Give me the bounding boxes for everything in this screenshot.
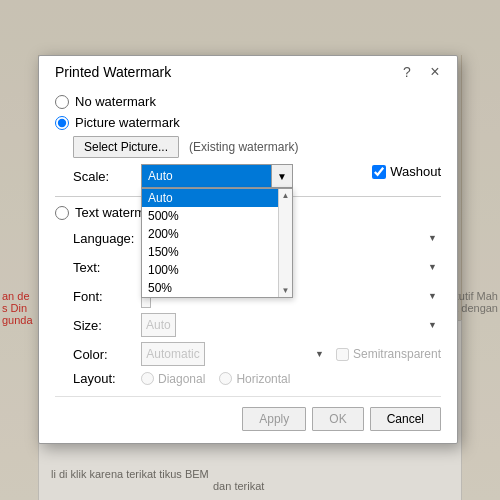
washout-checkbox[interactable] [372, 165, 386, 179]
size-color-row: Size: Auto [73, 313, 441, 337]
washout-label: Washout [390, 164, 441, 179]
no-watermark-label: No watermark [75, 94, 156, 109]
ok-button[interactable]: OK [312, 407, 363, 431]
cancel-button[interactable]: Cancel [370, 407, 441, 431]
text-label: Text: [73, 260, 141, 275]
scale-label: Scale: [73, 169, 141, 184]
scale-dropdown-list: Auto 500% 200% 150% 100% 50% ▲ ▼ [141, 188, 293, 298]
dialog-controls: ? × [397, 64, 445, 80]
scale-value-display: Auto [141, 164, 271, 188]
no-watermark-row: No watermark [55, 94, 441, 109]
horizontal-option: Horizontal [219, 372, 290, 386]
dropdown-scrollbar: ▲ ▼ [278, 189, 292, 297]
semitransparent-row: Semitransparent [336, 347, 441, 361]
dialog-titlebar: Printed Watermark ? × [39, 56, 457, 86]
dropdown-item-500[interactable]: 500% [142, 207, 292, 225]
text-watermark-radio[interactable] [55, 206, 69, 220]
help-button[interactable]: ? [397, 64, 417, 80]
font-label: Font: [73, 289, 141, 304]
select-picture-button[interactable]: Select Picture... [73, 136, 179, 158]
dropdown-item-auto[interactable]: Auto [142, 189, 292, 207]
dialog-title: Printed Watermark [55, 64, 171, 80]
semitransparent-checkbox[interactable] [336, 348, 349, 361]
color-select[interactable]: Automatic [141, 342, 205, 366]
dropdown-item-150[interactable]: 150% [142, 243, 292, 261]
dropdown-item-200[interactable]: 200% [142, 225, 292, 243]
semitransparent-label: Semitransparent [353, 347, 441, 361]
size-row: Size: Auto [73, 313, 441, 337]
close-button[interactable]: × [425, 64, 445, 80]
color-row: Color: Automatic Semitransparent [73, 342, 441, 366]
washout-row: Washout [372, 164, 441, 179]
size-select[interactable]: Auto [141, 313, 176, 337]
diagonal-option: Diagonal [141, 372, 205, 386]
existing-watermark-label: (Existing watermark) [189, 140, 298, 154]
layout-options: Diagonal Horizontal [141, 372, 290, 386]
picture-section: Select Picture... (Existing watermark) S… [73, 136, 441, 188]
language-label: Language: [73, 231, 141, 246]
size-select-wrapper[interactable]: Auto [141, 313, 441, 337]
no-watermark-radio[interactable] [55, 95, 69, 109]
dropdown-item-50[interactable]: 50% [142, 279, 292, 297]
scale-dropdown-button[interactable]: ▼ [271, 164, 293, 188]
color-select-wrapper[interactable]: Automatic [141, 342, 328, 366]
horizontal-radio[interactable] [219, 372, 232, 385]
apply-button[interactable]: Apply [242, 407, 306, 431]
picture-watermark-row: Picture watermark [55, 115, 441, 130]
picture-watermark-radio[interactable] [55, 116, 69, 130]
size-label: Size: [73, 318, 141, 333]
button-row: Apply OK Cancel [55, 396, 441, 431]
color-label: Color: [73, 347, 141, 362]
picture-watermark-label: Picture watermark [75, 115, 180, 130]
diagonal-radio[interactable] [141, 372, 154, 385]
scale-row: Scale: Auto ▼ Auto 500% 200% 150% 100% [73, 164, 441, 188]
dialog-body: No watermark Picture watermark Select Pi… [39, 86, 457, 443]
layout-label: Layout: [73, 371, 141, 386]
printed-watermark-dialog: Printed Watermark ? × No watermark Pictu… [38, 55, 458, 444]
select-picture-row: Select Picture... (Existing watermark) [73, 136, 441, 158]
scroll-down-arrow[interactable]: ▼ [282, 286, 290, 295]
scroll-up-arrow[interactable]: ▲ [282, 191, 290, 200]
dropdown-item-100[interactable]: 100% [142, 261, 292, 279]
layout-row: Layout: Diagonal Horizontal [73, 371, 441, 386]
